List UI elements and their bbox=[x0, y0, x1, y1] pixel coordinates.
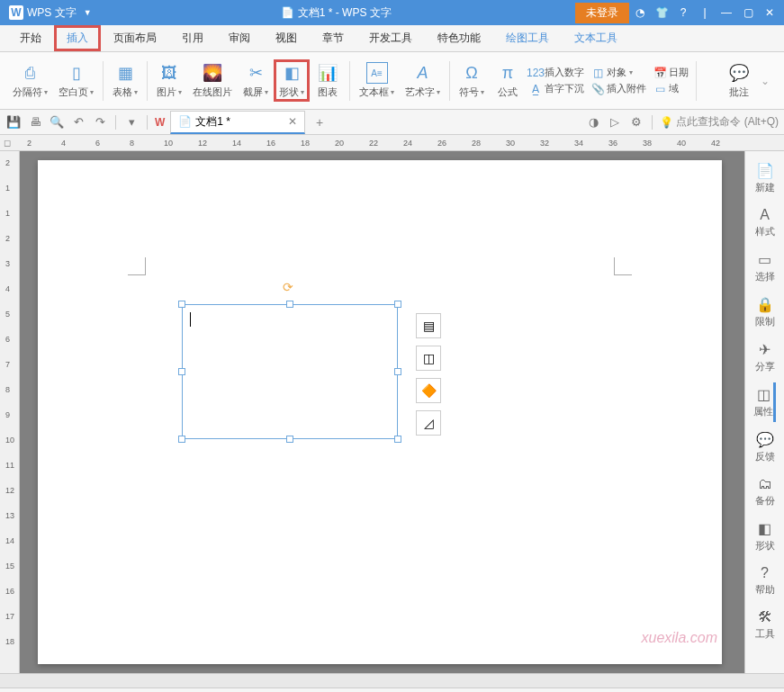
picture-button[interactable]: 🖼图片▾ bbox=[151, 60, 187, 101]
separator bbox=[349, 61, 350, 101]
resize-handle-tm[interactable] bbox=[286, 301, 293, 308]
expand-icon[interactable]: ⌄ bbox=[761, 75, 770, 87]
symbol-button[interactable]: Ω符号▾ bbox=[454, 60, 490, 101]
resize-handle-tr[interactable] bbox=[394, 301, 401, 308]
save-icon[interactable]: 💾 bbox=[5, 114, 22, 130]
preview-icon[interactable]: 🔍 bbox=[49, 114, 65, 130]
new-icon: 📄 bbox=[756, 162, 774, 179]
separator bbox=[115, 115, 116, 130]
tshirt-icon[interactable]: 👕 bbox=[651, 2, 672, 23]
bulb-icon: 💡 bbox=[660, 116, 673, 129]
undo-icon[interactable]: ↶ bbox=[70, 114, 86, 130]
skin-icon[interactable]: ◔ bbox=[629, 2, 651, 23]
sidebar-item-style[interactable]: A样式 bbox=[755, 203, 775, 242]
insert-number-button[interactable]: 123插入数字 bbox=[529, 65, 584, 80]
shape-option-2[interactable]: ◫ bbox=[416, 346, 441, 371]
shape-icon: ◧ bbox=[758, 520, 771, 537]
tab-insert[interactable]: 插入 bbox=[54, 25, 101, 51]
rotate-handle[interactable]: ⟳ bbox=[283, 280, 297, 294]
sidebar-item-new[interactable]: 📄新建 bbox=[755, 158, 775, 198]
equation-button[interactable]: π公式 bbox=[490, 60, 526, 101]
page-break-icon: ⎙ bbox=[20, 62, 41, 84]
titlebar: W WPS 文字 ▼ 📄 文档1 * - WPS 文字 未登录 ◔ 👕 ? | … bbox=[0, 0, 784, 25]
sidebar-item-shape[interactable]: ◧形状 bbox=[755, 517, 775, 556]
tab-section[interactable]: 章节 bbox=[310, 25, 356, 51]
tab-drawing-tools[interactable]: 绘图工具 bbox=[493, 25, 562, 51]
table-button[interactable]: ▦表格▾ bbox=[107, 60, 143, 101]
tab-dev-tools[interactable]: 开发工具 bbox=[356, 25, 425, 51]
print-icon[interactable]: 🖶 bbox=[27, 114, 43, 130]
shapes-button[interactable]: ◧形状▾ bbox=[274, 59, 310, 102]
page-scroll[interactable]: ⟳ ▤ ◫ 🔶 ◿ xuexila.com bbox=[20, 151, 744, 673]
textbox-button[interactable]: A≡文本框▾ bbox=[354, 60, 400, 101]
minimize-icon[interactable]: — bbox=[716, 2, 737, 23]
vertical-ruler[interactable]: 21123456789101112131415161718 bbox=[0, 151, 20, 673]
horizontal-scrollbar[interactable] bbox=[0, 673, 784, 688]
sidebar-item-tools[interactable]: 🛠工具 bbox=[755, 606, 775, 644]
field-button[interactable]: ▭域 bbox=[653, 81, 689, 96]
tab-text-tools[interactable]: 文本工具 bbox=[562, 25, 630, 51]
separator bbox=[147, 61, 148, 101]
app-name: WPS 文字 bbox=[27, 5, 77, 21]
shape-option-1[interactable]: ▤ bbox=[416, 313, 441, 338]
chevron-down-icon[interactable]: ▼ bbox=[84, 8, 92, 17]
menu-icon[interactable]: ▾ bbox=[123, 114, 140, 130]
separator-button[interactable]: ⎙分隔符▾ bbox=[7, 60, 53, 101]
add-tab-button[interactable]: + bbox=[316, 115, 323, 130]
play-icon[interactable]: ▷ bbox=[607, 114, 623, 130]
textbox-shape[interactable]: ⟳ bbox=[182, 304, 398, 439]
wordart-button[interactable]: A艺术字▾ bbox=[400, 60, 446, 101]
ribbon-small-col-3: 📅日期 ▭域 bbox=[650, 65, 692, 96]
document-tab[interactable]: 📄 文档1 * ✕ bbox=[170, 111, 305, 134]
comment-button[interactable]: 💬批注 bbox=[721, 60, 757, 101]
tab-features[interactable]: 特色功能 bbox=[425, 25, 493, 51]
tab-page-layout[interactable]: 页面布局 bbox=[101, 25, 169, 51]
sidebar-item-restrict[interactable]: 🔒限制 bbox=[755, 292, 775, 332]
close-tab-icon[interactable]: ✕ bbox=[288, 115, 297, 128]
content-area: 21123456789101112131415161718 ⟳ ▤ ◫ 🔶 bbox=[0, 151, 784, 673]
tab-start[interactable]: 开始 bbox=[7, 25, 54, 51]
redo-icon[interactable]: ↷ bbox=[92, 114, 108, 130]
sidebar-item-properties[interactable]: ◫属性 bbox=[753, 382, 776, 422]
maximize-icon[interactable]: ▢ bbox=[737, 2, 759, 23]
close-icon[interactable]: ✕ bbox=[759, 2, 780, 23]
resize-handle-tl[interactable] bbox=[178, 301, 185, 308]
resize-handle-ml[interactable] bbox=[178, 368, 185, 375]
tab-reference[interactable]: 引用 bbox=[169, 25, 216, 51]
settings-icon[interactable]: ⚙ bbox=[628, 114, 644, 130]
sidebar-item-feedback[interactable]: 💬反馈 bbox=[755, 427, 775, 467]
resize-handle-mr[interactable] bbox=[394, 368, 401, 375]
shape-outline-button[interactable]: ◿ bbox=[416, 410, 441, 436]
shape-fill-button[interactable]: 🔶 bbox=[416, 378, 441, 403]
sidebar-item-backup[interactable]: 🗂备份 bbox=[755, 472, 775, 511]
sidebar-item-share[interactable]: ✈分享 bbox=[755, 337, 775, 377]
dropcap-icon: A̲ bbox=[529, 83, 542, 95]
ribbon-end: 💬批注 ⌄ bbox=[714, 60, 777, 101]
date-button[interactable]: 📅日期 bbox=[653, 65, 689, 80]
command-search[interactable]: 💡 点此查找命令 (Alt+Q) bbox=[660, 114, 779, 130]
document-page[interactable]: ⟳ ▤ ◫ 🔶 ◿ bbox=[38, 160, 722, 664]
horizontal-ruler[interactable]: ◻ 24681012141618202224262830323436384042 bbox=[0, 135, 784, 151]
attach-button[interactable]: 📎插入附件 bbox=[591, 81, 646, 96]
resize-handle-bl[interactable] bbox=[178, 436, 185, 443]
chart-button[interactable]: 📊图表 bbox=[310, 60, 346, 101]
drop-cap-button[interactable]: A̲首字下沉 bbox=[529, 81, 584, 96]
sidebar-item-help[interactable]: ?帮助 bbox=[755, 562, 775, 600]
tab-review[interactable]: 审阅 bbox=[216, 25, 263, 51]
tab-view[interactable]: 视图 bbox=[263, 25, 310, 51]
resize-handle-bm[interactable] bbox=[286, 436, 293, 443]
login-button[interactable]: 未登录 bbox=[575, 3, 629, 23]
app-brand[interactable]: W WPS 文字 ▼ bbox=[4, 5, 97, 21]
resize-handle-br[interactable] bbox=[394, 436, 401, 443]
wps-badge-icon[interactable]: W bbox=[155, 116, 165, 129]
cloud-icon[interactable]: ◑ bbox=[585, 114, 601, 130]
screenshot-button[interactable]: ✂截屏▾ bbox=[238, 60, 274, 101]
table-icon: ▦ bbox=[114, 62, 136, 84]
date-icon: 📅 bbox=[653, 67, 666, 79]
sidebar-item-select[interactable]: ▭选择 bbox=[755, 247, 775, 287]
blank-page-button[interactable]: ▯空白页▾ bbox=[53, 60, 99, 101]
object-button[interactable]: ◫对象▾ bbox=[591, 65, 646, 80]
help-icon[interactable]: ? bbox=[672, 2, 694, 23]
shapes-icon: ◧ bbox=[281, 62, 302, 84]
online-picture-button[interactable]: 🌄在线图片 bbox=[187, 60, 238, 101]
